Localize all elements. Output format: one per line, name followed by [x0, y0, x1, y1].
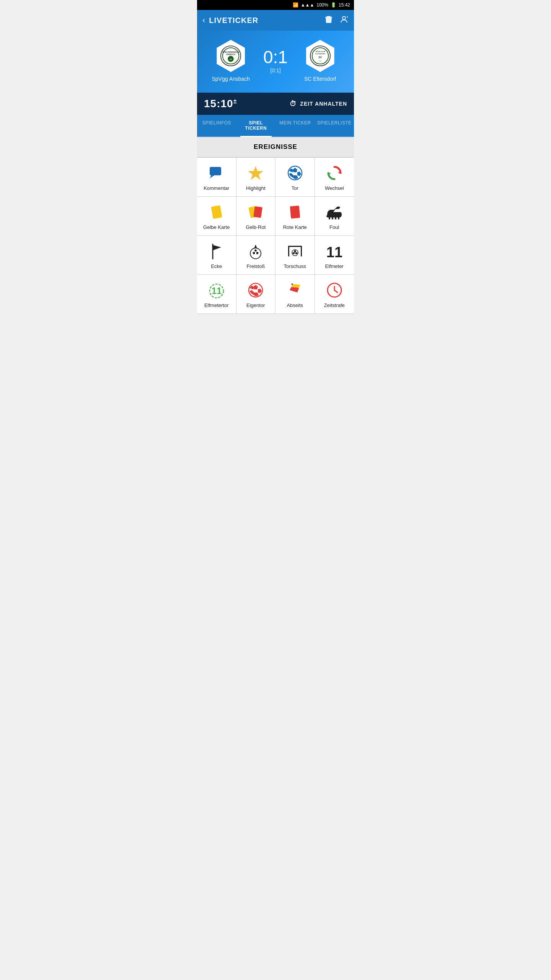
number-11-icon: 11 [326, 243, 343, 260]
tab-mein-ticker[interactable]: MEIN TICKER [276, 115, 315, 136]
event-gelb-rot[interactable]: Gelb-Rot [236, 197, 276, 236]
ansbach-badge-svg: SPIELVEREINIGUN ANSBACH 49 [220, 45, 242, 67]
signal-icon: ▲▲▲ [301, 2, 315, 8]
event-foul-label: Foul [329, 224, 339, 230]
goal-post-icon [287, 243, 303, 260]
tab-bar: SPIELINFOS SPIEL TICKERN MEIN TICKER SPI… [197, 115, 354, 137]
event-ecke-label: Ecke [211, 263, 222, 269]
svg-text:e.V.: e.V. [319, 60, 321, 62]
svg-rect-32 [338, 217, 339, 219]
comment-icon [208, 165, 225, 181]
event-zeitstrafe[interactable]: Zeitstrafe [315, 275, 354, 314]
event-freistoss[interactable]: Freistoß [236, 236, 276, 275]
time-display: 15:42 [339, 2, 350, 8]
events-grid: Kommentar Highlight [197, 157, 354, 314]
event-zeitstrafe-label: Zeitstrafe [324, 302, 345, 308]
timer-display: 15:10± [204, 98, 237, 110]
event-eigentor-label: Eigentor [246, 302, 265, 308]
score-center: 0:1 [0:1] [263, 48, 288, 74]
red-card-icon [287, 204, 303, 220]
ball-blue-icon [287, 165, 303, 181]
tab-spiel-tickern[interactable]: SPIEL TICKERN [236, 115, 276, 136]
gelb-rot-icon [247, 204, 264, 220]
event-elfmeter[interactable]: 11 Elfmeter [315, 236, 354, 275]
event-elfmetertor[interactable]: 11 Elfmetertor [197, 275, 236, 314]
event-wechsel[interactable]: Wechsel [315, 158, 354, 197]
star-icon [247, 165, 264, 181]
event-torschuss[interactable]: Torschuss [276, 236, 315, 275]
svg-rect-14 [210, 167, 221, 175]
svg-text:SPORT-CLUB: SPORT-CLUB [315, 51, 325, 52]
eltersdorf-badge-svg: SPORT-CLUB ELTERSDORF SC e.V. [309, 45, 331, 67]
svg-rect-25 [211, 205, 222, 219]
svg-text:SC: SC [318, 56, 322, 59]
home-team: SPIELVEREINIGUN ANSBACH 49 SpVgg Ansbach [208, 40, 254, 82]
event-gelbe-karte[interactable]: Gelbe Karte [197, 197, 236, 236]
event-gelbe-karte-label: Gelbe Karte [203, 224, 230, 230]
svg-rect-42 [301, 246, 302, 256]
svg-text:11: 11 [326, 244, 342, 260]
timer-icon: ⏱ [290, 100, 297, 108]
svg-text:ANSBACH: ANSBACH [226, 54, 236, 56]
number-11-green-icon: 11 [208, 282, 225, 299]
refresh-icon [326, 165, 343, 181]
tab-spielerliste[interactable]: SPIELERLISTE [315, 115, 354, 136]
svg-text:ELTERSDORF: ELTERSDORF [315, 53, 326, 55]
event-abseits-label: Abseits [287, 302, 303, 308]
away-team-badge: SPORT-CLUB ELTERSDORF SC e.V. [306, 40, 334, 72]
event-abseits[interactable]: Abseits [276, 275, 315, 314]
event-freistoss-label: Freistoß [246, 263, 265, 269]
event-tor-label: Tor [292, 185, 298, 191]
away-team: SPORT-CLUB ELTERSDORF SC e.V. SC Eltersd… [297, 40, 343, 82]
event-wechsel-label: Wechsel [325, 185, 344, 191]
navbar: ‹ LIVETICKER [197, 10, 354, 31]
svg-rect-30 [332, 217, 333, 219]
event-kommentar[interactable]: Kommentar [197, 158, 236, 197]
status-bar: 📶 ▲▲▲ 100% 🔋 15:42 [197, 0, 354, 10]
profile-icon[interactable] [339, 15, 349, 26]
score-display: 0:1 [263, 48, 288, 66]
event-torschuss-label: Torschuss [284, 263, 306, 269]
event-eigentor[interactable]: Eigentor [236, 275, 276, 314]
flag-color-icon [287, 282, 303, 299]
event-elfmeter-label: Elfmeter [325, 263, 344, 269]
event-rote-karte-label: Rote Karte [283, 224, 307, 230]
event-tor[interactable]: Tor [276, 158, 315, 197]
away-team-name: SC Eltersdorf [304, 76, 336, 82]
events-title: EREIGNISSE [197, 137, 354, 157]
event-elfmetertor-label: Elfmetertor [204, 302, 229, 308]
svg-text:SPIELVEREINIGUN: SPIELVEREINIGUN [223, 51, 240, 53]
svg-rect-28 [290, 206, 300, 219]
home-team-badge: SPIELVEREINIGUN ANSBACH 49 [217, 40, 245, 72]
svg-marker-16 [248, 166, 263, 180]
yellow-card-icon [208, 204, 225, 220]
svg-rect-29 [329, 217, 330, 219]
ball-down-icon [247, 243, 264, 260]
delete-icon[interactable] [324, 15, 333, 26]
wifi-icon: 📶 [293, 2, 298, 8]
event-foul[interactable]: Foul [315, 197, 354, 236]
svg-point-1 [342, 16, 346, 20]
event-rote-karte[interactable]: Rote Karte [276, 197, 315, 236]
event-ecke[interactable]: Ecke [197, 236, 236, 275]
home-team-name: SpVgg Ansbach [212, 76, 250, 82]
clock-red-icon [326, 282, 343, 299]
page-title: LIVETICKER [209, 16, 324, 25]
svg-rect-27 [253, 206, 262, 218]
timer-bar: 15:10± ⏱ ZEIT ANHALTEN [197, 93, 354, 115]
events-section: EREIGNISSE Kommentar Highlight [197, 137, 354, 314]
battery-icon: 🔋 [331, 2, 336, 8]
flag-icon [208, 243, 225, 260]
svg-text:49: 49 [230, 58, 232, 60]
tab-spielinfos[interactable]: SPIELINFOS [197, 115, 236, 136]
event-kommentar-label: Kommentar [204, 185, 229, 191]
ball-red-icon [247, 282, 264, 299]
pause-timer-label: ZEIT ANHALTEN [300, 101, 347, 107]
nav-icons [324, 15, 349, 26]
back-button[interactable]: ‹ [202, 15, 205, 25]
event-highlight-label: Highlight [246, 185, 266, 191]
svg-rect-40 [288, 246, 302, 247]
score-section: SPIELVEREINIGUN ANSBACH 49 SpVgg Ansbach… [197, 31, 354, 93]
pause-timer-button[interactable]: ⏱ ZEIT ANHALTEN [290, 100, 347, 108]
event-highlight[interactable]: Highlight [236, 158, 276, 197]
